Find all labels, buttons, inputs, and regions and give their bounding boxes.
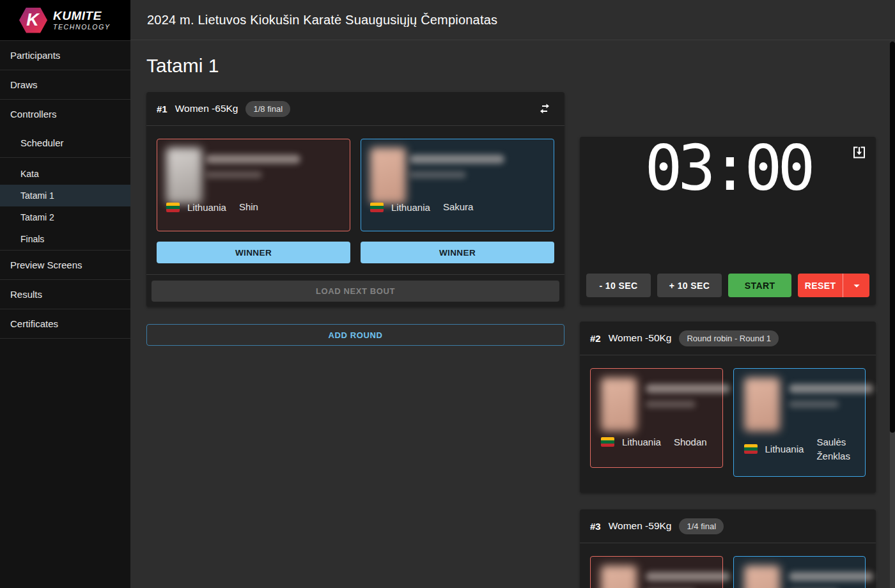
load-next-bout-button[interactable]: LOAD NEXT BOUT <box>152 281 559 302</box>
reset-timer-button[interactable]: RESET <box>798 274 843 297</box>
queued-bout-card: #3 Women -59Kg 1/4 final Lithuania Shin <box>580 509 876 588</box>
divider <box>0 338 130 339</box>
bout-stage-badge: 1/4 final <box>679 518 724 534</box>
swap-fighters-button[interactable] <box>535 99 554 118</box>
fighter-photo <box>744 378 780 431</box>
fighter-name-blurred <box>206 155 300 164</box>
app-logo[interactable]: K KUMITE TECHNOLOGY <box>0 0 130 40</box>
fighter-country: Lithuania <box>391 202 430 213</box>
fighter-club: Sakura <box>443 200 474 214</box>
top-bar: 2024 m. Lietuvos Kiokušin Karatė Suaugus… <box>130 0 895 40</box>
bout-category: Women -50Kg <box>609 332 672 344</box>
winner-blue-button[interactable]: WINNER <box>361 242 554 263</box>
sidebar-item-tatami-1[interactable]: Tatami 1 <box>0 185 130 206</box>
fighter-name-blurred <box>789 384 873 393</box>
sidebar-item-scheduler[interactable]: Scheduler <box>0 128 130 157</box>
active-bout-card: #1 Women -65Kg 1/8 final <box>146 92 564 307</box>
fighter-photo <box>744 566 780 588</box>
reset-options-button[interactable] <box>843 274 869 297</box>
fighter-card-red[interactable]: Lithuania Shodan <box>590 368 723 468</box>
fighter-photo <box>370 148 406 204</box>
lithuania-flag-icon <box>601 437 614 447</box>
fighter-name-blurred <box>646 572 730 581</box>
swap-horizontal-icon <box>537 101 552 116</box>
caret-down-icon <box>850 279 864 293</box>
fighter-photo <box>601 378 637 431</box>
bout-stage-badge: 1/8 final <box>245 101 290 117</box>
fighter-dob-blurred <box>789 401 839 408</box>
fighter-card-blue[interactable]: Lithuania Saulės Ženklas <box>733 368 866 477</box>
sidebar-item-draws[interactable]: Draws <box>0 70 130 99</box>
brand-name: KUMITE <box>53 10 111 22</box>
bout-category: Women -59Kg <box>609 520 672 532</box>
timer-card: 03:00 - 10 SEC + 10 SEC START RESET <box>580 137 876 305</box>
fighter-dob-blurred <box>206 171 262 178</box>
fighter-name-blurred <box>646 384 730 393</box>
spacer <box>0 158 130 163</box>
fighter-club: Saulės Ženklas <box>816 435 865 463</box>
page-title: Tatami 1 <box>146 55 880 77</box>
plus-10-sec-button[interactable]: + 10 SEC <box>657 274 722 297</box>
kumite-hexagon-logo-icon: K <box>19 8 47 33</box>
lithuania-flag-icon <box>166 203 180 212</box>
logo-monogram: K <box>26 10 39 30</box>
scrollbar-thumb[interactable] <box>890 42 895 433</box>
start-timer-button[interactable]: START <box>728 274 791 297</box>
lithuania-flag-icon <box>370 203 384 212</box>
bout-stage-badge: Round robin - Round 1 <box>679 330 779 346</box>
lithuania-flag-icon <box>744 444 758 454</box>
timer-display: 03:00 <box>580 137 876 199</box>
sidebar-item-results[interactable]: Results <box>0 280 130 309</box>
tournament-title: 2024 m. Lietuvos Kiokušin Karatė Suaugus… <box>147 13 497 27</box>
main-content: Tatami 1 #1 Women -65Kg 1/8 final <box>130 41 895 588</box>
fighter-card-red[interactable]: Lithuania Shin <box>590 556 723 588</box>
fighter-photo <box>601 566 637 588</box>
sidebar-item-controllers[interactable]: Controllers <box>0 100 130 128</box>
fighter-card-blue[interactable]: Lithuania Atemi <box>733 556 866 588</box>
sidebar: K KUMITE TECHNOLOGY Participants Draws C… <box>0 0 130 588</box>
sidebar-item-kata[interactable]: Kata <box>0 163 130 185</box>
scrollbar[interactable] <box>890 42 895 588</box>
fighter-name-blurred <box>789 572 873 581</box>
fighter-country: Lithuania <box>187 202 226 213</box>
fighter-dob-blurred <box>646 401 696 408</box>
fighter-card-blue[interactable]: Lithuania Sakura <box>361 139 554 231</box>
sidebar-item-tatami-2[interactable]: Tatami 2 <box>0 206 130 228</box>
sidebar-item-participants[interactable]: Participants <box>0 41 130 70</box>
minus-10-sec-button[interactable]: - 10 SEC <box>586 274 651 297</box>
fighter-name-blurred <box>410 155 504 164</box>
fighter-club: Shodan <box>674 435 707 449</box>
queued-bout-card: #2 Women -50Kg Round robin - Round 1 Lit… <box>580 321 876 493</box>
sidebar-item-finals[interactable]: Finals <box>0 228 130 250</box>
bout-number: #1 <box>157 104 167 114</box>
bout-category: Women -65Kg <box>175 103 238 114</box>
fighter-photo <box>166 148 202 204</box>
winner-red-button[interactable]: WINNER <box>157 242 350 263</box>
add-round-button[interactable]: ADD ROUND <box>146 324 564 346</box>
reset-button-group: RESET <box>798 274 869 297</box>
sidebar-item-preview-screens[interactable]: Preview Screens <box>0 251 130 279</box>
brand-tagline: TECHNOLOGY <box>53 24 111 31</box>
fighter-club: Shin <box>239 200 258 214</box>
bout-number: #3 <box>590 521 601 532</box>
send-to-display-button[interactable] <box>851 144 868 161</box>
fighter-country: Lithuania <box>622 437 661 447</box>
fighter-card-red[interactable]: Lithuania Shin <box>157 139 350 231</box>
send-to-display-icon <box>852 144 867 160</box>
fighter-country: Lithuania <box>765 444 804 454</box>
fighter-dob-blurred <box>410 171 466 178</box>
bout-number: #2 <box>590 333 601 344</box>
sidebar-item-certificates[interactable]: Certificates <box>0 309 130 338</box>
